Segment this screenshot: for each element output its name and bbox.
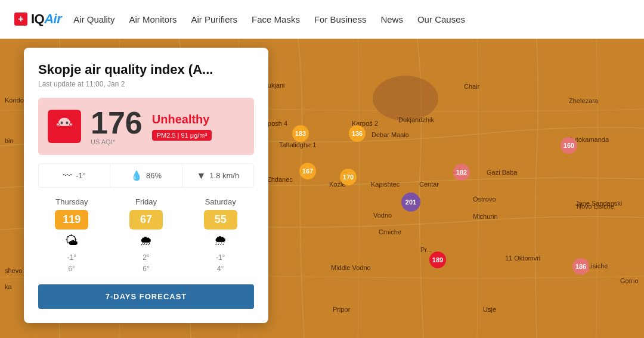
logo[interactable]: IQAir	[14, 11, 61, 27]
svg-point-2	[61, 122, 63, 125]
weather-humidity: 💧 86%	[110, 164, 182, 187]
humidity-value: 86%	[146, 171, 162, 180]
aqi-value: 176	[91, 107, 143, 138]
card-subtitle: Last update at 11:00, Jan 2	[38, 80, 254, 88]
forecast-7day-button[interactable]: 7-DAYS FORECAST	[38, 284, 254, 309]
svg-rect-4	[58, 126, 70, 132]
wind-value: 1.8 km/h	[209, 171, 239, 180]
info-card: Skopje air quality index (A... Last upda…	[24, 48, 268, 323]
map-marker[interactable]: 170	[340, 169, 357, 185]
forecast-row: Thursday 119 🌤 -1°6° Friday 67 🌧 2°6° Sa…	[38, 197, 254, 275]
aqi-box: 176 US AQI* Unhealthy PM2.5 | 91 μg/m³	[38, 98, 254, 155]
map-marker[interactable]: 167	[299, 163, 316, 179]
logo-cross-icon	[14, 13, 27, 26]
forecast-day-thursday: Thursday 119 🌤 -1°6°	[38, 197, 106, 275]
header: IQAir Air QualityAir MonitorsAir Purifie…	[0, 0, 644, 39]
aqi-label: Unhealthy	[152, 113, 212, 126]
map-marker[interactable]: 189	[429, 252, 446, 268]
forecast-badge: 67	[129, 210, 163, 230]
forecast-cloud-icon: 🌨	[214, 233, 227, 249]
map-marker[interactable]: 201	[401, 193, 420, 212]
nav-item-news[interactable]: News	[380, 14, 403, 24]
logo-text: IQAir	[31, 11, 61, 27]
aqi-face-icon	[48, 110, 81, 143]
forecast-temps: -1°6°	[67, 252, 76, 275]
weather-wind: ▼ 1.8 km/h	[182, 164, 253, 187]
forecast-cloud-icon: 🌧	[140, 233, 153, 249]
nav-item-face-masks[interactable]: Face Masks	[252, 14, 300, 24]
nav-item-our-causes[interactable]: Our Causes	[417, 14, 465, 24]
forecast-cloud-icon: 🌤	[65, 233, 78, 249]
map-marker[interactable]: 186	[572, 258, 589, 275]
weather-temp: 〰 -1°	[39, 164, 110, 187]
forecast-badge: 119	[55, 210, 88, 230]
svg-point-0	[373, 76, 438, 121]
map-marker[interactable]: 160	[561, 137, 577, 154]
nav-item-for-business[interactable]: For Business	[314, 14, 367, 24]
map-marker[interactable]: 182	[453, 164, 470, 181]
forecast-temps: -1°4°	[216, 252, 225, 275]
map-marker[interactable]: 136	[349, 125, 366, 142]
nav-item-air-quality[interactable]: Air Quality	[73, 14, 114, 24]
temp-icon: 〰	[63, 170, 72, 181]
forecast-day-label: Friday	[135, 197, 157, 206]
humidity-icon: 💧	[131, 170, 143, 181]
nav-item-air-monitors[interactable]: Air Monitors	[129, 14, 177, 24]
temp-value: -1°	[76, 171, 86, 180]
weather-row: 〰 -1° 💧 86% ▼ 1.8 km/h	[38, 163, 254, 188]
forecast-day-saturday: Saturday 55 🌨 -1°4°	[187, 197, 254, 275]
map-marker[interactable]: 183	[292, 125, 309, 142]
nav-item-air-purifiers[interactable]: Air Purifiers	[191, 14, 238, 24]
forecast-day-label: Saturday	[205, 197, 236, 206]
main-nav: Air QualityAir MonitorsAir PurifiersFace…	[73, 14, 465, 24]
forecast-day-friday: Friday 67 🌧 2°6°	[113, 197, 180, 275]
forecast-day-label: Thursday	[55, 197, 88, 206]
wind-icon: ▼	[196, 170, 206, 181]
forecast-temps: 2°6°	[143, 252, 149, 275]
forecast-badge: 55	[204, 210, 237, 230]
card-title: Skopje air quality index (A...	[38, 62, 254, 77]
pm-badge: PM2.5 | 91 μg/m³	[152, 130, 212, 141]
svg-point-3	[66, 122, 69, 125]
